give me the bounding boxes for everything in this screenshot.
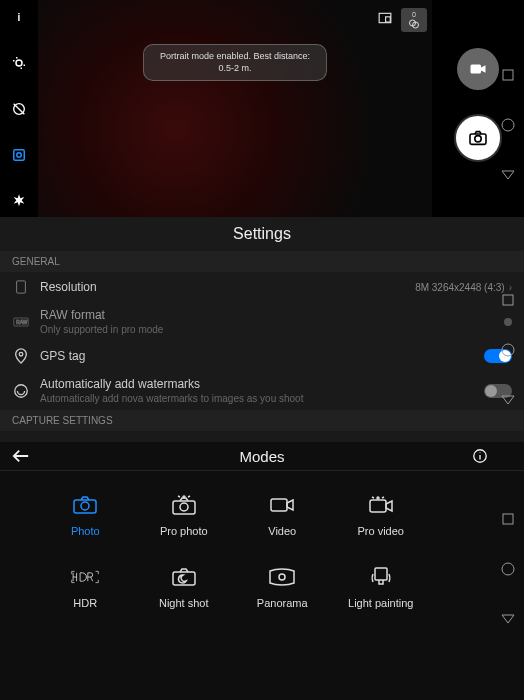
mode-label: Night shot: [159, 597, 209, 609]
nav-buttons-2: [492, 293, 524, 407]
modes-title: Modes: [239, 448, 284, 465]
hdr-icon: [71, 565, 99, 589]
watermark-icon: [12, 383, 30, 399]
raw-icon: RAW: [12, 316, 30, 328]
row-gps[interactable]: GPS tag: [0, 341, 524, 371]
aperture-icon[interactable]: [10, 192, 28, 210]
nav-recent[interactable]: [501, 168, 515, 182]
svg-point-0: [16, 60, 22, 66]
toast-line1: Portrait mode enabled. Best distance:: [160, 51, 310, 63]
viewfinder[interactable]: 0 Portrait mode enabled. Best distance: …: [38, 0, 432, 217]
svg-point-33: [279, 574, 285, 580]
info-circle-icon[interactable]: [472, 448, 488, 464]
nav-recent[interactable]: [501, 393, 515, 407]
mode-panorama[interactable]: Panorama: [233, 551, 332, 623]
resolution-label: Resolution: [40, 280, 405, 294]
pro-video-icon: [367, 493, 395, 517]
camera-viewfinder-panel: i 0 Portrait mode enabled. Best distance…: [0, 0, 524, 217]
light-painting-icon: [367, 565, 395, 589]
portrait-toast: Portrait mode enabled. Best distance: 0.…: [143, 44, 327, 81]
chevron-right-icon: ›: [509, 282, 512, 293]
mode-label: Pro video: [358, 525, 404, 537]
svg-point-13: [502, 119, 514, 131]
aspect-ratio-button[interactable]: [375, 8, 395, 28]
raw-sub: Only supported in pro mode: [40, 324, 494, 335]
row-resolution[interactable]: Resolution 8M 3264x2448 (4:3)›: [0, 272, 524, 302]
watermark-label: Automatically add watermarks: [40, 377, 474, 391]
photo-icon: [71, 493, 99, 517]
mode-label: Pro photo: [160, 525, 208, 537]
mode-light-painting[interactable]: Light painting: [332, 551, 431, 623]
nav-recent[interactable]: [501, 612, 515, 626]
row-raw: RAW RAW format Only supported in pro mod…: [0, 302, 524, 341]
svg-rect-30: [370, 500, 386, 512]
mode-label: Panorama: [257, 597, 308, 609]
mode-night-shot[interactable]: Night shot: [135, 551, 234, 623]
svg-point-27: [180, 503, 188, 511]
svg-point-4: [17, 153, 22, 158]
svg-rect-3: [14, 150, 25, 161]
mode-label: Light painting: [348, 597, 413, 609]
svg-point-17: [19, 352, 23, 356]
mode-pro-photo[interactable]: Pro photo: [135, 479, 234, 551]
svg-point-25: [81, 502, 89, 510]
modes-grid: Photo Pro photo Video Pro video HDR Nigh…: [0, 471, 442, 631]
panorama-icon: [268, 565, 296, 589]
mode-label: Photo: [71, 525, 100, 537]
resolution-icon: [12, 280, 30, 294]
pro-photo-icon: [170, 493, 198, 517]
svg-rect-14: [17, 281, 26, 293]
svg-point-18: [15, 384, 27, 396]
nav-home[interactable]: [501, 562, 515, 576]
gps-label: GPS tag: [40, 349, 474, 363]
section-general: GENERAL: [0, 251, 524, 272]
mode-video[interactable]: Video: [233, 479, 332, 551]
watermark-sub: Automatically add nova watermarks to ima…: [40, 393, 474, 404]
video-icon: [268, 493, 296, 517]
camera-top-buttons: 0: [375, 8, 427, 32]
svg-rect-12: [503, 70, 513, 80]
raw-label: RAW format: [40, 308, 494, 322]
nav-back[interactable]: [501, 293, 515, 307]
mode-pro-video[interactable]: Pro video: [332, 479, 431, 551]
filter-button[interactable]: 0: [401, 8, 427, 32]
svg-rect-29: [271, 499, 287, 511]
filter-badge: 0: [412, 11, 416, 18]
toast-line2: 0.5-2 m.: [160, 63, 310, 75]
svg-rect-6: [386, 17, 391, 22]
mode-label: HDR: [73, 597, 97, 609]
settings-panel: Settings GENERAL Resolution 8M 3264x2448…: [0, 217, 524, 442]
mode-label: Video: [268, 525, 296, 537]
svg-rect-35: [503, 514, 513, 524]
svg-point-31: [377, 497, 379, 499]
nav-back[interactable]: [501, 68, 515, 82]
modes-panel: Modes Photo Pro photo Video Pro video HD…: [0, 442, 524, 700]
svg-text:RAW: RAW: [16, 320, 27, 325]
svg-point-11: [475, 135, 481, 141]
nav-home[interactable]: [501, 343, 515, 357]
section-capture: CAPTURE SETTINGS: [0, 410, 524, 431]
settings-title: Settings: [0, 217, 524, 251]
night-icon: [170, 565, 198, 589]
info-icon[interactable]: i: [10, 8, 28, 26]
nav-home[interactable]: [501, 118, 515, 132]
gps-icon: [12, 348, 30, 364]
svg-point-36: [502, 563, 514, 575]
nav-buttons-1: [492, 68, 524, 182]
flash-icon[interactable]: [10, 100, 28, 118]
svg-rect-19: [503, 295, 513, 305]
svg-point-28: [183, 496, 185, 498]
back-arrow-icon[interactable]: [12, 449, 30, 463]
nav-back[interactable]: [501, 512, 515, 526]
svg-rect-9: [471, 64, 482, 73]
svg-rect-34: [375, 568, 387, 580]
portrait-mode-icon[interactable]: [10, 146, 28, 164]
mode-photo[interactable]: Photo: [36, 479, 135, 551]
nav-buttons-3: [492, 512, 524, 626]
resolution-value: 8M 3264x2448 (4:3): [415, 282, 505, 293]
svg-point-20: [502, 344, 514, 356]
mode-hdr[interactable]: HDR: [36, 551, 135, 623]
row-watermark[interactable]: Automatically add watermarks Automatical…: [0, 371, 524, 410]
lens-switch-icon[interactable]: [10, 54, 28, 72]
camera-left-toolbar: i: [0, 0, 38, 217]
